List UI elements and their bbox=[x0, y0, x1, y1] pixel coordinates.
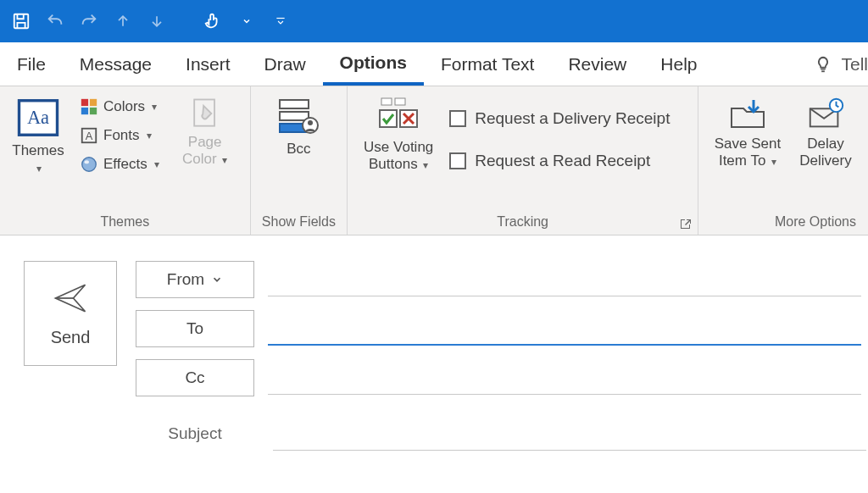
colors-icon bbox=[80, 97, 98, 116]
tab-help[interactable]: Help bbox=[643, 42, 714, 86]
request-read-receipt-checkbox[interactable]: Request a Read Receipt bbox=[449, 146, 670, 176]
tab-message[interactable]: Message bbox=[63, 42, 169, 86]
group-show-fields: Bcc Show Fields bbox=[251, 86, 348, 235]
undo-icon[interactable] bbox=[41, 7, 70, 36]
customize-qat-icon[interactable] bbox=[266, 7, 295, 36]
tab-review[interactable]: Review bbox=[551, 42, 643, 86]
colors-button[interactable]: Colors▾ bbox=[76, 93, 163, 120]
svg-point-17 bbox=[308, 120, 313, 125]
themes-icon: Aa bbox=[15, 95, 61, 141]
bcc-icon bbox=[275, 95, 322, 139]
svg-rect-4 bbox=[81, 99, 88, 106]
svg-rect-20 bbox=[380, 110, 397, 127]
svg-text:A: A bbox=[86, 130, 93, 142]
ribbon-options: Aa Themes▾ Colors▾ A Fonts▾ bbox=[0, 86, 868, 235]
send-icon bbox=[53, 280, 88, 316]
fonts-button[interactable]: A Fonts▾ bbox=[76, 122, 163, 149]
subject-field[interactable] bbox=[273, 417, 866, 451]
tab-draw[interactable]: Draw bbox=[248, 42, 323, 86]
subject-label: Subject bbox=[136, 424, 254, 443]
request-delivery-receipt-checkbox[interactable]: Request a Delivery Receipt bbox=[449, 103, 670, 134]
checkbox-icon bbox=[449, 110, 466, 127]
to-field[interactable] bbox=[268, 312, 861, 346]
group-themes: Aa Themes▾ Colors▾ A Fonts▾ bbox=[0, 86, 251, 235]
checkbox-icon bbox=[449, 152, 466, 169]
save-icon[interactable] bbox=[7, 7, 36, 36]
effects-icon bbox=[80, 155, 98, 174]
tab-insert[interactable]: Insert bbox=[169, 42, 248, 86]
redo-icon[interactable] bbox=[75, 7, 103, 36]
bcc-button[interactable]: Bcc bbox=[265, 91, 331, 158]
svg-rect-14 bbox=[280, 112, 309, 120]
svg-point-11 bbox=[85, 160, 90, 163]
group-label-themes: Themes bbox=[8, 213, 242, 233]
to-button[interactable]: To bbox=[136, 310, 254, 347]
cc-button[interactable]: Cc bbox=[136, 359, 254, 396]
effects-button[interactable]: Effects▾ bbox=[76, 151, 163, 178]
ribbon-tabstrip: File Message Insert Draw Options Format … bbox=[0, 42, 868, 86]
svg-point-10 bbox=[82, 158, 97, 172]
touch-mode-dropdown-icon[interactable] bbox=[232, 7, 261, 36]
group-label-show-fields: Show Fields bbox=[259, 213, 339, 233]
page-color-icon bbox=[186, 95, 224, 132]
fonts-icon: A bbox=[80, 126, 98, 145]
group-tracking: Use VotingButtons ▾ Request a Delivery R… bbox=[348, 86, 698, 235]
delay-delivery-button[interactable]: DelayDelivery bbox=[792, 91, 860, 169]
page-color-button[interactable]: PageColor ▾ bbox=[171, 91, 239, 169]
tell-me-label: Tell bbox=[841, 54, 868, 75]
tab-format-text[interactable]: Format Text bbox=[424, 42, 551, 86]
send-button[interactable]: Send bbox=[24, 261, 117, 366]
svg-rect-5 bbox=[90, 99, 97, 106]
from-field[interactable] bbox=[268, 263, 861, 296]
cc-field[interactable] bbox=[268, 361, 861, 395]
themes-button[interactable]: Aa Themes▾ bbox=[8, 91, 68, 177]
svg-rect-6 bbox=[81, 108, 88, 114]
save-sent-icon bbox=[726, 95, 769, 134]
svg-rect-18 bbox=[381, 98, 392, 105]
svg-rect-13 bbox=[280, 100, 309, 108]
touch-mode-icon[interactable] bbox=[198, 7, 227, 36]
delay-delivery-icon bbox=[805, 95, 846, 134]
group-label-more-options: More Options bbox=[707, 213, 860, 233]
tab-options[interactable]: Options bbox=[323, 42, 424, 86]
tab-file[interactable]: File bbox=[0, 42, 63, 86]
tell-me[interactable]: Tell bbox=[804, 54, 868, 75]
quick-access-toolbar bbox=[0, 0, 868, 42]
voting-icon bbox=[375, 95, 422, 137]
svg-rect-19 bbox=[395, 98, 405, 105]
svg-rect-0 bbox=[14, 14, 29, 29]
dialog-launcher-icon[interactable] bbox=[679, 218, 693, 231]
compose-pane: Send From To Cc Subject bbox=[0, 235, 868, 451]
lightbulb-icon bbox=[814, 55, 832, 74]
use-voting-buttons-button[interactable]: Use VotingButtons ▾ bbox=[356, 91, 441, 174]
save-sent-item-to-button[interactable]: Save SentItem To ▾ bbox=[707, 91, 788, 170]
svg-text:Aa: Aa bbox=[27, 107, 49, 128]
svg-rect-7 bbox=[90, 108, 97, 114]
next-item-icon[interactable] bbox=[142, 7, 171, 36]
previous-item-icon[interactable] bbox=[108, 7, 137, 36]
group-more-options: Save SentItem To ▾ DelayDelivery More Op… bbox=[698, 86, 868, 235]
from-button[interactable]: From bbox=[136, 261, 254, 298]
group-label-tracking: Tracking bbox=[356, 213, 689, 233]
chevron-down-icon bbox=[211, 274, 223, 285]
